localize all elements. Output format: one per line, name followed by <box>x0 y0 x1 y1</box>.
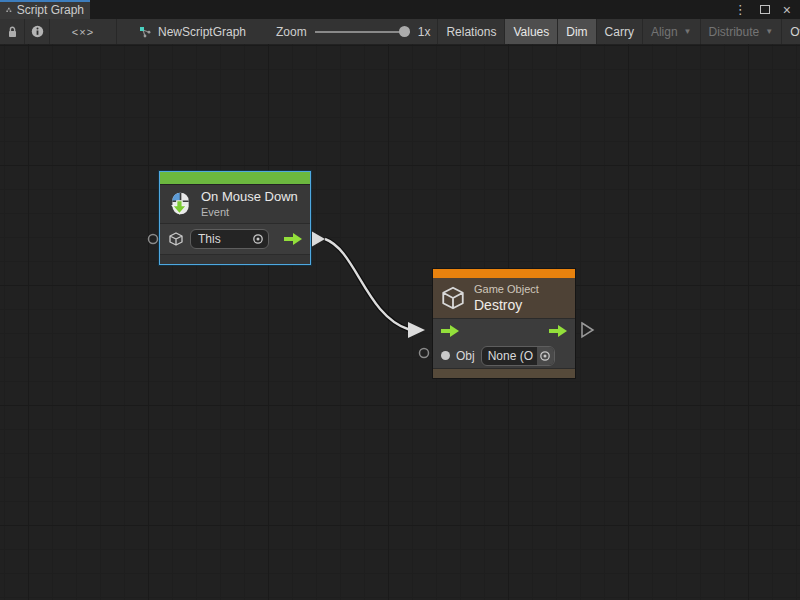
flow-output-port[interactable] <box>284 233 302 245</box>
node-category: Game Object <box>474 283 539 296</box>
script-graph-asset-icon <box>139 26 151 38</box>
toolbar-button-dim[interactable]: Dim <box>558 19 595 44</box>
node-header: On Mouse Down Event <box>160 185 310 223</box>
maximize-icon[interactable] <box>760 5 770 14</box>
flow-input-port[interactable] <box>441 325 459 337</box>
info-button[interactable] <box>25 19 49 44</box>
flow-port-row <box>433 319 575 343</box>
button-label: Overview <box>790 25 800 39</box>
info-icon <box>31 25 44 38</box>
connection-source-triangle[interactable] <box>312 232 325 247</box>
object-picker-icon <box>539 350 551 362</box>
tab-script-graph[interactable]: Script Graph <box>0 0 90 19</box>
window-controls: ⋮ × <box>734 0 800 19</box>
connection-wire[interactable] <box>325 239 409 330</box>
graph-tree-icon <box>6 4 12 16</box>
chevron-down-icon: ▼ <box>765 27 773 36</box>
graph-name-button[interactable]: NewScriptGraph <box>117 19 246 44</box>
button-label: Align <box>651 25 678 39</box>
connection-arrowhead <box>408 322 425 338</box>
tab-label: Script Graph <box>17 3 84 17</box>
menu-icon[interactable]: ⋮ <box>734 3 747 16</box>
object-port-row: Obj None (O <box>433 343 575 368</box>
chevron-down-icon: ▼ <box>684 27 692 36</box>
tab-active-indicator <box>0 0 90 2</box>
target-object-field[interactable]: This <box>190 229 269 249</box>
graph-name-label: NewScriptGraph <box>158 25 246 39</box>
zoom-slider-track <box>315 31 410 33</box>
connection-layer <box>0 44 800 600</box>
close-icon[interactable]: × <box>783 3 791 17</box>
zoom-label: Zoom <box>276 19 307 44</box>
event-target-outer-port[interactable] <box>149 235 158 244</box>
graph-canvas[interactable]: On Mouse Down Event This <box>0 44 800 600</box>
node-subtitle: Event <box>201 206 298 218</box>
flow-continuation-port[interactable] <box>582 323 593 337</box>
lock-icon <box>7 26 18 38</box>
toolbar-button-overview[interactable]: Overview <box>782 19 800 44</box>
toolbar-button-relations[interactable]: Relations <box>438 19 504 44</box>
object-picker-icon[interactable] <box>252 233 264 245</box>
node-footer <box>160 254 310 264</box>
button-label: Values <box>513 25 549 39</box>
zoom-slider[interactable] <box>315 19 410 44</box>
node-title: Destroy <box>474 297 539 313</box>
object-picker-button[interactable] <box>537 347 554 365</box>
mouse-event-icon <box>167 191 193 217</box>
lock-button[interactable] <box>0 19 24 44</box>
toolbar-button-align[interactable]: Align ▼ <box>643 19 700 44</box>
node-on-mouse-down[interactable]: On Mouse Down Event This <box>159 171 311 265</box>
graph-toolbar: <×> NewScriptGraph Zoom 1x Relations Val… <box>0 19 800 44</box>
node-header: Game Object Destroy <box>433 278 575 318</box>
game-object-cube-icon <box>440 285 466 311</box>
object-field-value: None (O <box>482 349 537 363</box>
code-icon: <×> <box>72 26 94 38</box>
object-field[interactable]: None (O <box>481 346 555 366</box>
port-label: Obj <box>456 349 475 363</box>
zoom-value: 1x <box>418 19 431 44</box>
toolbar-button-carry[interactable]: Carry <box>597 19 642 44</box>
node-body: Obj None (O <box>433 318 575 368</box>
unit-accent-strip <box>433 269 575 278</box>
button-label: Distribute <box>709 25 760 39</box>
game-object-cube-icon <box>168 231 184 247</box>
flow-output-port[interactable] <box>549 325 567 337</box>
node-body: This <box>160 223 310 254</box>
node-titles: On Mouse Down Event <box>201 190 298 219</box>
node-titles: Game Object Destroy <box>474 283 539 313</box>
object-value-port[interactable] <box>441 351 450 360</box>
toolbar-button-values[interactable]: Values <box>505 19 557 44</box>
destroy-object-outer-port[interactable] <box>420 349 429 358</box>
script-graph-window: Script Graph ⋮ × <×> <box>0 0 800 600</box>
code-view-button[interactable]: <×> <box>50 19 116 44</box>
button-label: Carry <box>605 25 634 39</box>
node-title: On Mouse Down <box>201 190 298 205</box>
event-accent-strip <box>160 172 310 185</box>
tab-bar: Script Graph ⋮ × <box>0 0 800 19</box>
node-footer <box>433 368 575 378</box>
button-label: Dim <box>566 25 587 39</box>
button-label: Relations <box>446 25 496 39</box>
target-port-row: This <box>160 224 310 254</box>
zoom-slider-handle[interactable] <box>399 26 410 37</box>
connection-wire-shadow <box>325 239 409 330</box>
node-destroy[interactable]: Game Object Destroy <box>432 268 576 379</box>
target-object-value: This <box>198 232 221 246</box>
toolbar-button-distribute[interactable]: Distribute ▼ <box>701 19 782 44</box>
